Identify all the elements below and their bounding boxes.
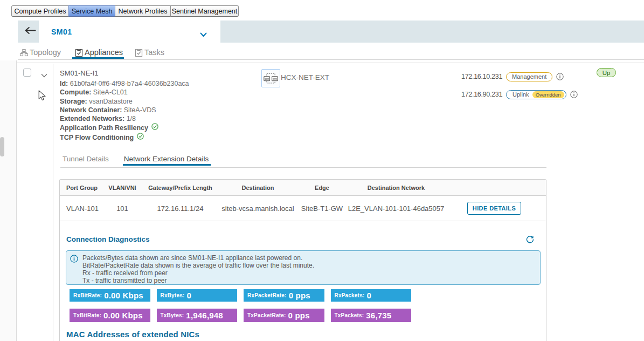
- tab-tunnel-details[interactable]: Tunnel Details: [63, 155, 109, 167]
- network-extension-panel: Port Group VLAN/VNI Gateway/Prefix Lengt…: [59, 179, 546, 341]
- management-ip: 172.16.10.231: [461, 73, 502, 80]
- cell-port-group: VLAN-101: [60, 204, 103, 213]
- tab-tasks[interactable]: Tasks: [134, 45, 164, 59]
- stat-rxbytes: RxBytes:0: [157, 289, 238, 302]
- appliance-storage-label: Storage:: [60, 98, 87, 105]
- refresh-icon[interactable]: [526, 235, 534, 243]
- stat-txpackets: TxPackets:36,735: [331, 309, 412, 322]
- management-badge: Management: [506, 72, 552, 81]
- tasks-icon: [134, 48, 143, 57]
- check-circle-icon: [151, 123, 158, 133]
- back-arrow-icon: [24, 26, 36, 37]
- tab-sentinel-management[interactable]: Sentinel Management: [170, 5, 239, 17]
- back-button[interactable]: [22, 21, 39, 43]
- network-extension-appliance-icon: [261, 69, 280, 87]
- service-type-label: HCX-NET-EXT: [281, 73, 329, 81]
- appliance-feature-tcp: TCP Flow Conditioning: [60, 133, 189, 142]
- tab-network-extension-details[interactable]: Network Extension Details: [124, 155, 209, 167]
- info-icon-blue: [70, 255, 78, 284]
- tab-appliances-label: Appliances: [85, 48, 123, 57]
- uplink-badge-label: Uplink: [513, 91, 529, 98]
- uplink-ip: 172.16.90.231: [461, 91, 502, 98]
- top-tab-bar: Compute Profiles Service Mesh Network Pr…: [11, 5, 239, 17]
- uplink-badge: UplinkOverridden: [506, 90, 566, 99]
- stat-txbytes: TxBytes:1,946,948: [157, 309, 238, 322]
- table-header-row: Port Group VLAN/VNI Gateway/Prefix Lengt…: [60, 180, 546, 196]
- service-mesh-name: SM01: [51, 21, 72, 43]
- appliance-name: SM01-NE-I1: [60, 69, 189, 77]
- cell-vlan-vni: 101: [103, 204, 142, 213]
- appliance-ip-list: 172.16.10.231 Management 172.16.90.231 U…: [461, 72, 578, 99]
- appliance-network-container-value: SiteA-VDS: [124, 106, 156, 114]
- stat-txpackets-value: 36,735: [366, 311, 391, 320]
- diagnostics-info-text: Packets/Bytes data shown are since SM01-…: [82, 255, 314, 284]
- stat-rxpackets: RxPackets:0: [331, 289, 412, 302]
- appliance-feature-apr-label: Application Path Resiliency: [60, 124, 148, 133]
- left-scrollbar-thumb[interactable]: [0, 137, 4, 156]
- appliance-row-checkbox[interactable]: [23, 69, 31, 77]
- mesh-header-bar: SM01: [18, 21, 644, 43]
- stat-rxbytes-value: 0: [186, 291, 191, 300]
- appliance-network-container-label: Network Container:: [60, 106, 122, 114]
- tab-service-mesh[interactable]: Service Mesh: [68, 5, 115, 17]
- cell-gateway: 172.16.11.1/24: [142, 204, 219, 213]
- stat-txpacketrate-value: 0 pps: [288, 311, 310, 320]
- stat-rxpackets-label: RxPackets:: [335, 292, 365, 298]
- diagnostics-info-alert: Packets/Bytes data shown are since SM01-…: [66, 250, 541, 285]
- cell-destination: siteb-vcsa.manish.local: [219, 204, 297, 213]
- chevron-down-icon: [200, 30, 207, 39]
- stat-rxbitrate-label: RxBitRate:: [73, 292, 102, 298]
- appliance-id: Id: 61b0fa4f-0ff6-4f98-b7a4-46036b230aca: [60, 79, 189, 88]
- status-badge-up: Up: [597, 68, 616, 77]
- stat-txbitrate: TxBitRate:0.00 Kbps: [70, 309, 150, 322]
- col-gateway: Gateway/Prefix Length: [142, 185, 219, 191]
- appliance-feature-tcp-label: TCP Flow Conditioning: [60, 133, 134, 142]
- row-gutter-divider: [53, 64, 53, 341]
- grid-top-border: [17, 63, 644, 63]
- stat-rxpackets-value: 0: [366, 291, 371, 300]
- tab-topology[interactable]: Topology: [19, 45, 61, 59]
- left-sidebar-strip: [0, 60, 17, 341]
- tab-tasks-label: Tasks: [144, 48, 164, 57]
- stat-rxbitrate: RxBitRate:0.00 Kbps: [70, 289, 150, 302]
- diagnostics-header: Connection Diagnostics: [66, 235, 534, 243]
- stat-txbytes-label: TxBytes:: [161, 312, 184, 318]
- appliance-extended-networks-label: Extended Networks:: [60, 115, 124, 122]
- col-destination-network: Destination Network: [347, 185, 445, 191]
- appliances-icon: [74, 48, 84, 57]
- ip-row-uplink: 172.16.90.231 UplinkOverridden: [461, 90, 578, 99]
- stat-txpacketrate: TxPacketRate:0 pps: [244, 309, 324, 322]
- tx-stats-row: TxBitRate:0.00 Kbps TxBytes:1,946,948 Tx…: [70, 309, 411, 322]
- appliance-compute-value: SiteA-CL01: [93, 88, 128, 96]
- detail-tabs: Tunnel Details Network Extension Details: [60, 155, 546, 168]
- tab-appliances[interactable]: Appliances: [74, 45, 123, 59]
- appliance-nav-tabs: Topology Appliances Tasks: [18, 45, 644, 60]
- appliance-compute-label: Compute:: [60, 88, 91, 96]
- col-port-group: Port Group: [60, 185, 103, 191]
- stat-txbitrate-label: TxBitRate:: [73, 312, 101, 318]
- appliance-feature-apr: Application Path Resiliency: [60, 123, 189, 133]
- table-row: VLAN-101 101 172.16.11.1/24 siteb-vcsa.m…: [60, 196, 546, 221]
- cell-edge: SiteB-T1-GW: [297, 204, 347, 213]
- stat-rxpacketrate: RxPacketRate:0 pps: [244, 289, 324, 302]
- row-collapse-caret-icon[interactable]: [41, 70, 47, 80]
- stat-txbitrate-value: 0.00 Kbps: [103, 311, 143, 320]
- col-destination: Destination: [219, 185, 297, 191]
- appliance-network-container: Network Container: SiteA-VDS: [60, 106, 189, 114]
- service-mesh-selector[interactable]: SM01: [39, 21, 220, 43]
- tab-network-profiles[interactable]: Network Profiles: [115, 5, 171, 17]
- tab-topology-label: Topology: [30, 48, 61, 57]
- appliance-summary: SM01-NE-I1 Id: 61b0fa4f-0ff6-4f98-b7a4-4…: [60, 69, 189, 142]
- appliance-extended-networks: Extended Networks: 1/8: [60, 114, 189, 123]
- appliance-compute: Compute: SiteA-CL01: [60, 88, 189, 97]
- stat-txpacketrate-label: TxPacketRate:: [247, 312, 286, 318]
- appliance-id-label: Id:: [60, 80, 68, 87]
- appliance-extended-networks-value: 1/8: [127, 115, 136, 122]
- stat-txpackets-label: TxPackets:: [335, 312, 364, 318]
- appliance-storage: Storage: vsanDatastore: [60, 97, 189, 106]
- info-icon[interactable]: [570, 91, 578, 98]
- hide-details-button[interactable]: HIDE DETAILS: [467, 202, 521, 215]
- info-icon[interactable]: [556, 73, 564, 80]
- col-vlan-vni: VLAN/VNI: [103, 185, 142, 191]
- tab-compute-profiles[interactable]: Compute Profiles: [11, 5, 69, 17]
